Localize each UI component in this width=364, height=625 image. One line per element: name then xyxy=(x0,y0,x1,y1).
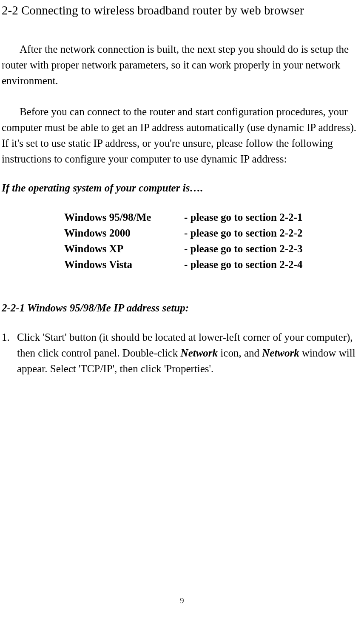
os-ref: - please go to section 2-2-1 xyxy=(184,209,362,225)
section-heading: 2-2 Connecting to wireless broadband rou… xyxy=(2,3,362,17)
os-name: Windows 95/98/Me xyxy=(64,209,184,225)
page-number: 9 xyxy=(0,596,364,605)
os-row: Windows 95/98/Me - please go to section … xyxy=(64,209,362,225)
step-text-em: Network xyxy=(181,347,218,359)
step-text-em: Network xyxy=(262,347,299,359)
step-text: Click 'Start' button (it should be locat… xyxy=(17,329,362,377)
subsection-heading: 2-2-1 Windows 95/98/Me IP address setup: xyxy=(2,302,362,314)
intro-paragraph-2: Before you can connect to the router and… xyxy=(2,104,362,167)
os-name: Windows Vista xyxy=(64,257,184,272)
os-name: Windows XP xyxy=(64,241,184,257)
os-row: Windows XP - please go to section 2-2-3 xyxy=(64,241,362,257)
step-list: 1. Click 'Start' button (it should be lo… xyxy=(2,329,362,377)
os-name: Windows 2000 xyxy=(64,225,184,241)
step-text-mid: icon, and xyxy=(218,347,262,359)
intro-paragraph-1: After the network connection is built, t… xyxy=(2,41,362,88)
os-row: Windows 2000 - please go to section 2-2-… xyxy=(64,225,362,241)
os-table: Windows 95/98/Me - please go to section … xyxy=(64,209,362,272)
os-ref: - please go to section 2-2-3 xyxy=(184,241,362,257)
os-heading: If the operating system of your computer… xyxy=(2,182,362,194)
os-ref: - please go to section 2-2-2 xyxy=(184,225,362,241)
os-row: Windows Vista - please go to section 2-2… xyxy=(64,257,362,272)
os-ref: - please go to section 2-2-4 xyxy=(184,257,362,272)
step-number: 1. xyxy=(2,329,17,377)
step-item: 1. Click 'Start' button (it should be lo… xyxy=(2,329,362,377)
